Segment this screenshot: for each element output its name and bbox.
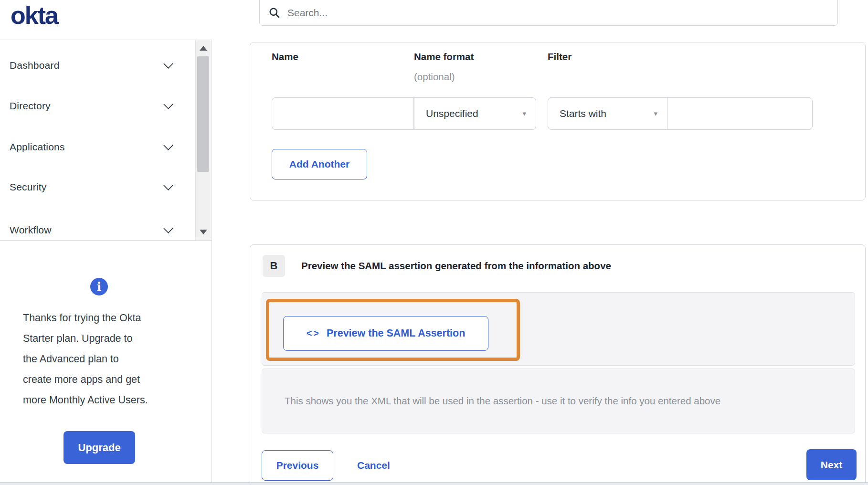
chevron-down-icon[interactable] <box>163 59 173 69</box>
okta-admin-app: okta Dashboard Directory Applications Se… <box>0 0 868 485</box>
plan-message-line: more Monthly Active Users. <box>23 390 190 411</box>
sidebar-item-label: Applications <box>10 141 65 153</box>
sidebar-item-directory[interactable]: Directory <box>0 94 195 118</box>
code-brackets-icon: <> <box>307 328 320 339</box>
sidebar-item-workflow[interactable]: Workflow <box>0 218 195 242</box>
info-icon: i <box>90 278 108 295</box>
sidebar-item-dashboard[interactable]: Dashboard <box>0 53 195 77</box>
search-input[interactable] <box>287 7 829 19</box>
sidebar-item-label: Security <box>10 181 46 193</box>
okta-logo: okta <box>11 1 58 30</box>
caret-down-icon: ▾ <box>654 109 657 118</box>
name-format-column-label: Name format <box>414 51 474 63</box>
filter-value-input[interactable] <box>667 97 813 130</box>
filter-column-label: Filter <box>548 51 572 63</box>
preview-saml-card: B Preview the SAML assertion generated f… <box>250 244 866 483</box>
scroll-down-icon[interactable] <box>200 230 207 234</box>
chevron-down-icon[interactable] <box>163 140 173 150</box>
preview-button-label: Preview the SAML Assertion <box>327 327 465 339</box>
preview-caption-panel: This shows you the XML that will be used… <box>262 369 855 433</box>
step-b-badge: B <box>263 255 285 277</box>
add-another-button[interactable]: Add Another <box>272 149 367 179</box>
plan-message: Thanks for trying the Okta Starter plan.… <box>23 308 190 411</box>
plan-message-line: create more apps and get <box>23 369 190 390</box>
plan-message-line: the Advanced plan to <box>23 349 190 369</box>
preview-saml-assertion-button[interactable]: <> Preview the SAML Assertion <box>283 316 488 351</box>
sidebar-item-security[interactable]: Security <box>0 175 195 199</box>
scroll-up-icon[interactable] <box>200 46 207 51</box>
preview-section-heading: Preview the SAML assertion generated fro… <box>301 260 611 272</box>
previous-button[interactable]: Previous <box>262 450 333 481</box>
chevron-down-icon[interactable] <box>163 99 173 109</box>
search-icon <box>268 7 281 19</box>
sidebar-item-applications[interactable]: Applications <box>0 135 195 159</box>
filter-operator-select[interactable]: Starts with ▾ <box>548 97 667 130</box>
caret-down-icon: ▾ <box>522 109 526 118</box>
upgrade-button[interactable]: Upgrade <box>64 431 135 464</box>
name-format-selected-value: Unspecified <box>426 108 522 119</box>
preview-caption-text: This shows you the XML that will be used… <box>285 395 720 407</box>
bottom-edge-strip <box>0 482 868 485</box>
cancel-link[interactable]: Cancel <box>357 450 390 481</box>
name-format-select[interactable]: Unspecified ▾ <box>414 97 536 130</box>
next-button[interactable]: Next <box>806 449 857 480</box>
sidebar-top-border <box>0 40 212 40</box>
attribute-name-input[interactable] <box>272 97 414 130</box>
scrollbar-thumb[interactable] <box>197 56 209 172</box>
global-search[interactable] <box>259 0 838 26</box>
name-format-optional-label: (optional) <box>414 71 455 83</box>
sidebar-divider <box>212 40 212 482</box>
attribute-form-card: Name Name format (optional) Filter Unspe… <box>250 42 866 200</box>
sidebar-scrollbar[interactable] <box>195 40 211 240</box>
sidebar-item-label: Directory <box>10 100 51 112</box>
chevron-down-icon[interactable] <box>163 180 173 190</box>
sidebar-item-label: Dashboard <box>10 60 60 71</box>
name-column-label: Name <box>272 51 298 63</box>
sidebar-item-label: Workflow <box>10 224 52 236</box>
filter-operator-selected-value: Starts with <box>560 108 654 119</box>
plan-message-line: Starter plan. Upgrade to <box>23 328 190 349</box>
plan-message-line: Thanks for trying the Okta <box>23 308 190 328</box>
chevron-down-icon[interactable] <box>163 223 173 233</box>
